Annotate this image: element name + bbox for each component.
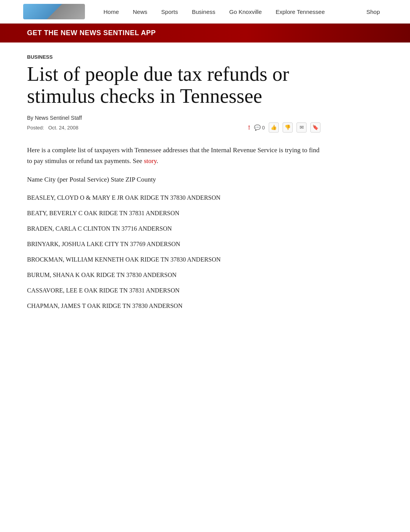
list-item: BURUM, SHANA K OAK RIDGE TN 37830 ANDERS… xyxy=(27,270,320,280)
section-label: BUSINESS xyxy=(27,54,320,60)
app-banner-text: GET THE NEW NEWS SENTINEL APP xyxy=(27,29,156,37)
thumbs-down-button[interactable]: 👎 xyxy=(283,122,293,133)
comment-icon: 💬 xyxy=(254,124,261,131)
intro-end: . xyxy=(157,157,158,165)
list-item: CASSAVORE, LEE E OAK RIDGE TN 37831 ANDE… xyxy=(27,286,320,295)
main-content: BUSINESS List of people due tax refunds … xyxy=(0,42,347,332)
logo-area xyxy=(23,4,85,19)
alert-icon: ! xyxy=(248,124,250,131)
comment-count[interactable]: 💬 0 xyxy=(254,124,265,131)
social-icons-row: ! 💬 0 👍 👎 ✉ 🔖 xyxy=(248,122,320,133)
list-item: CHAPMAN, JAMES T OAK RIDGE TN 37830 ANDE… xyxy=(27,301,320,311)
list-item: BRADEN, CARLA C CLINTON TN 37716 ANDERSO… xyxy=(27,224,320,233)
nav-shop[interactable]: Shop xyxy=(359,7,387,17)
email-button[interactable]: ✉ xyxy=(296,122,307,133)
article-title: List of people due tax refunds or stimul… xyxy=(27,63,320,107)
thumbs-up-button[interactable]: 👍 xyxy=(269,122,279,133)
intro-text: Here is a complete list of taxpayers wit… xyxy=(27,146,320,165)
list-item: BRINYARK, JOSHUA LAKE CITY TN 37769 ANDE… xyxy=(27,240,320,249)
date-value: Oct. 24, 2008 xyxy=(48,125,78,131)
intro-paragraph: Here is a complete list of taxpayers wit… xyxy=(27,145,320,167)
article-body: Here is a complete list of taxpayers wit… xyxy=(27,145,320,310)
comment-number: 0 xyxy=(262,125,265,131)
bookmark-button[interactable]: 🔖 xyxy=(310,122,320,133)
nav-home[interactable]: Home xyxy=(97,7,126,17)
nav-business[interactable]: Business xyxy=(185,7,222,17)
nav-go-knoxville[interactable]: Go Knoxville xyxy=(222,7,269,17)
story-link[interactable]: story xyxy=(144,157,157,165)
main-nav: Home News Sports Business Go Knoxville E… xyxy=(97,7,387,17)
app-banner[interactable]: GET THE NEW NEWS SENTINEL APP xyxy=(0,24,410,42)
list-item: BEATY, BEVERLY C OAK RIDGE TN 37831 ANDE… xyxy=(27,209,320,218)
top-navigation: Home News Sports Business Go Knoxville E… xyxy=(0,0,410,24)
list-item: BROCKMAN, WILLIAM KENNETH OAK RIDGE TN 3… xyxy=(27,255,320,264)
nav-explore-tennessee[interactable]: Explore Tennessee xyxy=(269,7,332,17)
nav-sports[interactable]: Sports xyxy=(154,7,185,17)
posted-label: Posted: xyxy=(27,125,44,131)
posted-date: Posted: Oct. 24, 2008 xyxy=(27,125,78,131)
meta-row: Posted: Oct. 24, 2008 ! 💬 0 👍 👎 ✉ 🔖 xyxy=(27,122,320,136)
author-byline: By News Sentinel Staff xyxy=(27,115,320,121)
list-item: BEASLEY, CLOYD O & MARY E JR OAK RIDGE T… xyxy=(27,193,320,202)
nav-news[interactable]: News xyxy=(126,7,154,17)
field-header: Name City (per Postal Service) State ZIP… xyxy=(27,174,320,185)
site-logo xyxy=(23,4,85,19)
